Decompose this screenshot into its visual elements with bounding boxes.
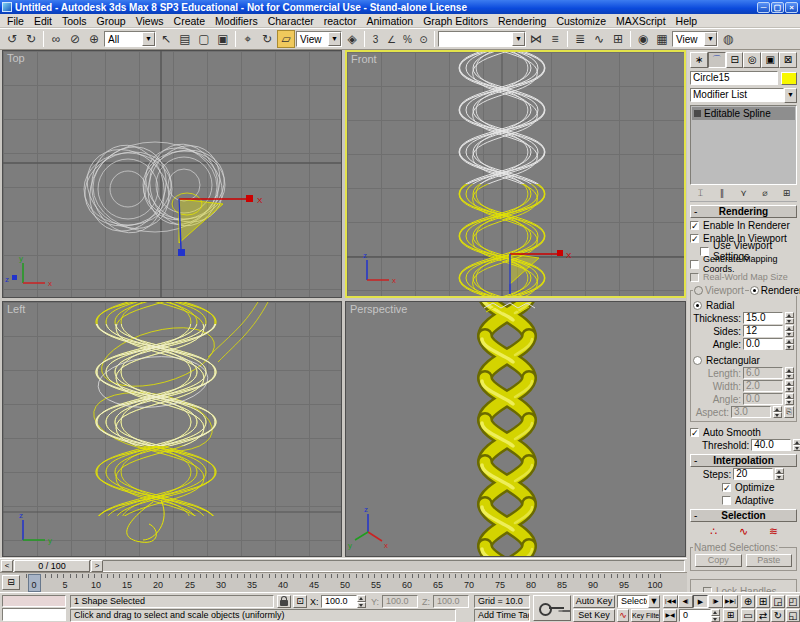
link-button[interactable]: ∞	[47, 30, 65, 48]
viewport-perspective[interactable]: Perspective	[345, 301, 686, 557]
key-mode-toggle-button[interactable]: ▶◀	[663, 609, 677, 622]
title-bar[interactable]: Untitled - Autodesk 3ds Max 8 SP3 Educat…	[0, 0, 800, 14]
modifier-list-dropdown[interactable]: Modifier List	[690, 88, 784, 102]
angle-snap-button[interactable]: ∠	[384, 30, 399, 48]
menu-animation[interactable]: Animation	[361, 15, 418, 27]
rectangular-selection-region-button[interactable]: ▢	[195, 30, 213, 48]
menu-rendering[interactable]: Rendering	[493, 15, 551, 27]
dropdown-arrow-icon[interactable]: ▼	[142, 32, 155, 46]
zoom-all-button[interactable]: ⊞	[756, 595, 770, 608]
length-spinner[interactable]	[785, 367, 794, 379]
region-zoom-button[interactable]: ▭	[741, 609, 755, 622]
reference-coordinate-system-dropdown[interactable]: View▼	[296, 31, 342, 47]
configure-modifier-sets-button[interactable]: ⊞	[778, 187, 795, 200]
object-name-field[interactable]: Circle15	[690, 71, 778, 85]
selection-rollout-header[interactable]: - Selection	[690, 509, 797, 522]
align-button[interactable]: ≡	[546, 30, 564, 48]
time-slider-prev-button[interactable]: <	[1, 560, 13, 572]
interpolation-rollout-header[interactable]: - Interpolation	[690, 454, 797, 467]
time-configuration-button[interactable]: ⊞	[723, 609, 738, 622]
vertex-sub-object-button[interactable]: ∴	[704, 525, 724, 538]
selection-filter-dropdown[interactable]: All▼	[104, 31, 156, 47]
generate-mapping-coords-checkbox[interactable]	[690, 260, 699, 269]
segment-sub-object-button[interactable]: ∿	[734, 525, 754, 538]
viewport-perspective-label[interactable]: Perspective	[350, 303, 407, 315]
tab-hierarchy[interactable]: ⊟	[726, 52, 744, 68]
snap-toggle-button[interactable]: 3	[368, 30, 383, 48]
render-viewport-dropdown[interactable]: View▼	[672, 31, 718, 47]
arc-rotate-button[interactable]: ↻	[771, 609, 785, 622]
track-bar-mode-button[interactable]: ⊟	[2, 575, 20, 590]
viewport-left[interactable]: Left	[2, 301, 342, 557]
select-and-rotate-button[interactable]: ↻	[258, 30, 276, 48]
use-center-flyout-button[interactable]: ◈	[343, 30, 361, 48]
auto-smooth-checkbox[interactable]	[690, 428, 699, 437]
tab-create[interactable]: ∗	[690, 52, 708, 68]
viewport-top[interactable]: Top	[2, 50, 342, 298]
maxscript-mini-listener[interactable]	[2, 608, 66, 621]
zoom-button[interactable]: ⊕	[741, 595, 755, 608]
schematic-view-button[interactable]: ⊞	[609, 30, 627, 48]
optimize-checkbox[interactable]	[722, 483, 731, 492]
angle-field[interactable]: 0.0	[743, 338, 783, 350]
z-coordinate-field[interactable]: 100.0	[433, 595, 469, 608]
menu-modifiers[interactable]: Modifiers	[210, 15, 263, 27]
percent-snap-button[interactable]: %	[400, 30, 415, 48]
width-field[interactable]: 2.0	[743, 380, 783, 392]
macro-recorder-pane[interactable]	[2, 595, 66, 607]
show-end-result-button[interactable]: ∥	[714, 187, 731, 200]
menu-edit[interactable]: Edit	[29, 15, 57, 27]
top-viewport-canvas[interactable]: X y x z	[3, 51, 341, 297]
tab-utilities[interactable]: ⊠	[779, 52, 797, 68]
make-unique-button[interactable]: ⋎	[735, 187, 752, 200]
close-button[interactable]: ×	[785, 2, 798, 13]
select-and-move-button[interactable]: ⌖	[239, 30, 257, 48]
angle2-spinner[interactable]	[785, 393, 794, 405]
named-selection-sets-dropdown[interactable]: ▼	[438, 31, 526, 47]
menu-reactor[interactable]: reactor	[319, 15, 362, 27]
menu-views[interactable]: Views	[131, 15, 169, 27]
auto-key-button[interactable]: Auto Key	[573, 595, 615, 608]
dropdown-arrow-icon[interactable]: ▼	[784, 88, 797, 103]
remove-modifier-button[interactable]: ⌀	[757, 187, 774, 200]
menu-group[interactable]: Group	[92, 15, 131, 27]
width-spinner[interactable]	[785, 380, 794, 392]
tab-display[interactable]: ▣	[761, 52, 779, 68]
aspect-lock-button[interactable]: ⎘	[784, 406, 794, 418]
select-by-name-button[interactable]: ▤	[176, 30, 194, 48]
layer-manager-button[interactable]: ≣	[571, 30, 589, 48]
track-bar[interactable]: ⊟ 0 5 10 15 20 25 30 35 40 45 50 55 60 6…	[0, 572, 687, 592]
x-coordinate-field[interactable]: 100.0	[321, 595, 357, 608]
quick-render-button[interactable]: ◍	[719, 30, 737, 48]
radial-radio[interactable]	[693, 301, 702, 310]
set-key-button[interactable]: Set Key	[573, 609, 615, 622]
steps-field[interactable]: 20	[733, 468, 773, 480]
stack-item-editable-spline[interactable]: Editable Spline	[692, 107, 795, 120]
selection-lock-toggle[interactable]	[277, 595, 291, 608]
enable-in-renderer-checkbox[interactable]	[690, 221, 699, 230]
menu-customize[interactable]: Customize	[551, 15, 611, 27]
menu-maxscript[interactable]: MAXScript	[611, 15, 671, 27]
steps-spinner[interactable]	[775, 468, 784, 480]
pan-button[interactable]: ⇄	[756, 609, 770, 622]
curve-editor-button[interactable]: ∿	[590, 30, 608, 48]
aspect-spinner[interactable]	[773, 406, 782, 418]
key-mode-dropdown[interactable]: Selected	[617, 595, 648, 608]
zoom-extents-all-button[interactable]: ◰	[786, 595, 800, 608]
time-slider-handle[interactable]: 0 / 100	[14, 560, 90, 572]
tab-motion[interactable]: ◎	[743, 52, 761, 68]
object-color-swatch[interactable]	[781, 72, 797, 85]
dropdown-arrow-icon[interactable]: ▼	[648, 595, 660, 608]
tab-modify[interactable]: ⌒	[708, 52, 726, 68]
set-keys-button[interactable]	[533, 595, 571, 621]
menu-help[interactable]: Help	[671, 15, 703, 27]
menu-file[interactable]: File	[2, 15, 29, 27]
dropdown-arrow-icon[interactable]: ▼	[704, 32, 717, 46]
viewport-top-label[interactable]: Top	[7, 52, 25, 64]
material-editor-button[interactable]: ◉	[634, 30, 652, 48]
render-scene-button[interactable]: ▦	[653, 30, 671, 48]
enable-in-viewport-checkbox[interactable]	[690, 234, 699, 243]
play-button[interactable]: ▶	[693, 595, 708, 608]
key-filters-button[interactable]: Key Filters...	[631, 609, 660, 622]
go-to-end-button[interactable]: ▶▶|	[723, 595, 738, 608]
